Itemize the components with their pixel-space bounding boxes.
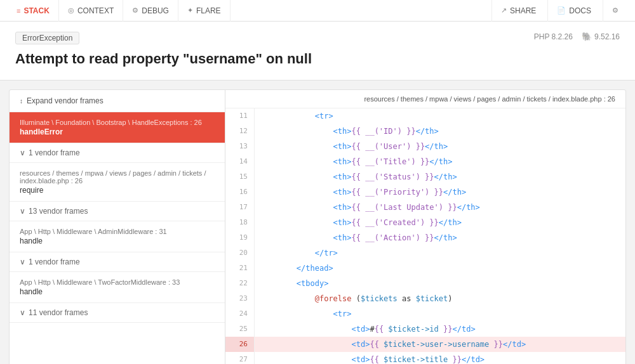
nav-left: ≡ STACK ◎ CONTEXT ⚙ DEBUG ✦ FLARE xyxy=(8,0,231,22)
vendor-collapse-4[interactable]: ∨ 11 vendor frames xyxy=(10,303,225,323)
line-content: <th>{{ __('ID') }}</th> xyxy=(255,124,625,139)
code-line: 15 <th>{{ __('Status') }}</th> xyxy=(225,169,625,185)
stack-icon: ≡ xyxy=(17,7,20,15)
laravel-version: 🐘 9.52.16 xyxy=(582,32,620,41)
line-content: <th>{{ __('User') }}</th> xyxy=(255,139,625,154)
line-number: 14 xyxy=(225,154,255,169)
vendor-label-2: 13 vendor frames xyxy=(29,207,88,216)
line-content: <tr> xyxy=(255,306,625,322)
frame-file-4: App \ Http \ Middleware \ TwoFactorMiddl… xyxy=(20,278,215,286)
vendor-collapse-3[interactable]: ∨ 1 vendor frame xyxy=(10,252,225,272)
vendor-chevron-icon-4: ∨ xyxy=(20,308,25,317)
vendor-collapse-1[interactable]: ∨ 1 vendor frame xyxy=(10,143,225,163)
line-number: 15 xyxy=(225,169,255,185)
line-number: 18 xyxy=(225,215,255,230)
stack-frame-1[interactable]: Illuminate \ Foundation \ Bootstrap \ Ha… xyxy=(10,112,225,143)
code-line: 13 <th>{{ __('User') }}</th> xyxy=(225,139,625,154)
nav-right: ↗ SHARE 📄 DOCS ⚙ xyxy=(491,0,627,22)
line-number: 27 xyxy=(225,352,255,364)
nav-debug-label: DEBUG xyxy=(142,6,169,15)
nav-item-debug[interactable]: ⚙ DEBUG xyxy=(123,0,178,22)
code-line: 23 @forelse ($tickets as $ticket) xyxy=(225,291,625,306)
line-number: 26 xyxy=(225,337,255,352)
share-icon: ↗ xyxy=(501,6,507,15)
vendor-label-4: 11 vendor frames xyxy=(29,308,88,317)
nav-docs-label: DOCS xyxy=(569,6,591,15)
line-content: <td>{{ $ticket->user->username }}</td> xyxy=(255,337,625,352)
code-line: 16 <th>{{ __('Priority') }}</th> xyxy=(225,185,625,200)
code-line: 14 <th>{{ __('Title') }}</th> xyxy=(225,154,625,169)
frame-method-2: require xyxy=(20,186,215,195)
code-line: 21 </thead> xyxy=(225,261,625,276)
expand-vendor-button[interactable]: ↕ Expand vendor frames xyxy=(10,90,225,112)
line-content: <th>{{ __('Title') }}</th> xyxy=(255,154,625,169)
docs-icon: 📄 xyxy=(557,6,566,15)
line-number: 23 xyxy=(225,291,255,306)
line-content: </thead> xyxy=(255,261,625,276)
line-content: <td>{{ $ticket->title }}</td> xyxy=(255,352,625,364)
code-line: 22 <tbody> xyxy=(225,276,625,291)
nav-item-docs[interactable]: 📄 DOCS xyxy=(547,0,600,22)
right-panel: resources / themes / mpwa / views / page… xyxy=(225,90,625,364)
nav-item-share[interactable]: ↗ SHARE xyxy=(491,0,545,22)
frame-file-2: resources / themes / mpwa / views / page… xyxy=(20,169,215,185)
line-content: <td>#{{ $ticket->id }}</td> xyxy=(255,322,625,337)
code-area: 11 <tr>12 <th>{{ __('ID') }}</th>13 <th>… xyxy=(225,108,625,364)
vendor-chevron-icon-3: ∨ xyxy=(20,257,25,266)
debug-icon: ⚙ xyxy=(132,6,138,15)
frame-method-4: handle xyxy=(20,287,215,296)
vendor-chevron-icon-2: ∨ xyxy=(20,207,25,216)
line-number: 17 xyxy=(225,200,255,215)
stack-frame-3[interactable]: App \ Http \ Middleware \ AdminMiddlewar… xyxy=(10,221,225,252)
code-line: 26 <td>{{ $ticket->user->username }}</td… xyxy=(225,337,625,352)
line-content: <th>{{ __('Action') }}</th> xyxy=(255,230,625,245)
line-number: 11 xyxy=(225,108,255,124)
vendor-collapse-2[interactable]: ∨ 13 vendor frames xyxy=(10,202,225,221)
php-info: PHP 8.2.26 🐘 9.52.16 xyxy=(534,32,620,41)
code-line: 25 <td>#{{ $ticket->id }}</td> xyxy=(225,322,625,337)
vendor-chevron-icon-1: ∨ xyxy=(20,148,25,157)
line-number: 20 xyxy=(225,245,255,261)
line-content: <th>{{ __('Priority') }}</th> xyxy=(255,185,625,200)
file-path-bar: resources / themes / mpwa / views / page… xyxy=(225,90,625,108)
exception-badge: ErrorException xyxy=(15,32,79,44)
frame-method-1: handleError xyxy=(20,127,215,136)
code-line: 27 <td>{{ $ticket->title }}</td> xyxy=(225,352,625,364)
line-content: <tr> xyxy=(255,108,625,124)
nav-stack-label: STACK xyxy=(23,6,49,15)
frame-file-1: Illuminate \ Foundation \ Bootstrap \ Ha… xyxy=(20,119,215,126)
nav-flare-label: FLARE xyxy=(196,6,221,15)
code-line: 12 <th>{{ __('ID') }}</th> xyxy=(225,124,625,139)
line-number: 12 xyxy=(225,124,255,139)
line-number: 25 xyxy=(225,322,255,337)
stack-frame-4[interactable]: App \ Http \ Middleware \ TwoFactorMiddl… xyxy=(10,272,225,303)
main-content: ↕ Expand vendor frames Illuminate \ Foun… xyxy=(9,89,626,364)
stack-frame-2[interactable]: resources / themes / mpwa / views / page… xyxy=(10,163,225,202)
top-nav: ≡ STACK ◎ CONTEXT ⚙ DEBUG ✦ FLARE ↗ SHAR… xyxy=(0,0,635,22)
vendor-label-1: 1 vendor frame xyxy=(29,148,80,157)
nav-item-settings[interactable]: ⚙ xyxy=(603,0,627,22)
nav-item-stack[interactable]: ≡ STACK xyxy=(8,0,59,22)
nav-item-context[interactable]: ◎ CONTEXT xyxy=(59,0,123,22)
line-content: </tr> xyxy=(255,245,625,261)
line-number: 22 xyxy=(225,276,255,291)
line-number: 21 xyxy=(225,261,255,276)
code-line: 20 </tr> xyxy=(225,245,625,261)
settings-icon: ⚙ xyxy=(612,6,618,15)
flare-icon: ✦ xyxy=(187,6,193,15)
line-number: 13 xyxy=(225,139,255,154)
line-content: <th>{{ __('Status') }}</th> xyxy=(255,169,625,185)
error-title: Attempt to read property "username" on n… xyxy=(15,51,620,67)
nav-context-label: CONTEXT xyxy=(77,6,114,15)
expand-vendor-label: Expand vendor frames xyxy=(27,96,104,105)
header-area: PHP 8.2.26 🐘 9.52.16 ErrorException Atte… xyxy=(0,22,635,81)
frame-file-3: App \ Http \ Middleware \ AdminMiddlewar… xyxy=(20,228,215,235)
code-line: 24 <tr> xyxy=(225,306,625,322)
line-content: <th>{{ __('Last Update') }}</th> xyxy=(255,200,625,215)
php-version: PHP 8.2.26 xyxy=(534,32,573,41)
line-content: <th>{{ __('Created') }}</th> xyxy=(255,215,625,230)
code-line: 19 <th>{{ __('Action') }}</th> xyxy=(225,230,625,245)
code-line: 18 <th>{{ __('Created') }}</th> xyxy=(225,215,625,230)
code-line: 17 <th>{{ __('Last Update') }}</th> xyxy=(225,200,625,215)
nav-item-flare[interactable]: ✦ FLARE xyxy=(178,0,231,22)
